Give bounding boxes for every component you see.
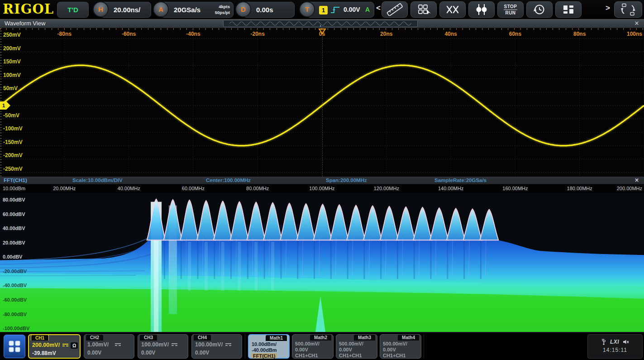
usb-icon (601, 338, 606, 346)
ch2-tab[interactable]: CH2 (86, 335, 103, 341)
math-card-math4[interactable]: Math4 500.00mV/ 0.00V CH1+CH1 (380, 334, 421, 359)
math1-tab[interactable]: Math1 (266, 335, 287, 341)
svg-text:1: 1 (2, 103, 5, 108)
wave-x-tick-label: -40ns (186, 31, 200, 37)
channel1-ground-marker[interactable]: 1 (0, 101, 11, 110)
dc-coupling-icon (62, 344, 68, 347)
ruler-icon (386, 3, 404, 16)
fft-y-tick-label: 20.00dBV (3, 240, 25, 245)
ch4-offset: 0.00V (195, 350, 209, 356)
sample-rate-value: 20GSa/s (174, 2, 200, 17)
fft-header-bar: FFT(CH1) Scale:10.00dBm/DIV Center:100.0… (0, 177, 644, 184)
math-card-math2[interactable]: Math2 500.00mV/ 0.00V CH1+CH1 (292, 334, 334, 359)
ch3-offset: 0.00V (141, 350, 155, 356)
wave-y-tick-label: -100mV (3, 125, 23, 132)
wave-y-tick-label: -150mV (3, 139, 23, 145)
screen-mirror-button[interactable] (614, 1, 642, 18)
delay-key-button[interactable]: D (235, 1, 251, 17)
dc-coupling-icon (172, 343, 177, 347)
trigger-position-marker[interactable] (318, 28, 326, 34)
impedance-ohm-badge: Ω (71, 342, 78, 349)
toolbar-scroll-right[interactable]: > (606, 4, 610, 13)
fft-spectrum-display (0, 193, 644, 332)
counter-probes-icon (472, 3, 491, 16)
channel-card-ch4[interactable]: CH4 100.00mV/ 0.00V (191, 334, 242, 359)
ch2-scale: 1.00mV/ (87, 341, 121, 348)
fft-close-button[interactable]: ✕ (633, 177, 641, 184)
math4-tab[interactable]: Math4 (398, 335, 419, 341)
trigger-status-badge[interactable]: T'D (57, 2, 89, 18)
wave-x-tick-label: 40ns (444, 31, 457, 37)
grid-menu-icon (8, 340, 21, 353)
rigol-logo: RIGOL (3, 1, 54, 17)
delay-value: 0.00s (256, 2, 273, 17)
ch3-scale: 100.00mV/ (141, 341, 177, 348)
channel-card-ch2[interactable]: CH2 1.00mV/ 0.00V (84, 334, 134, 359)
fft-y-tick-label: -40.00dBV (3, 283, 27, 288)
stop-run-button[interactable]: STOPRUN (497, 1, 524, 18)
ch4-tab[interactable]: CH4 (194, 335, 211, 341)
math3-tab[interactable]: Math3 (354, 335, 375, 341)
horizontal-key-button[interactable]: H (93, 1, 109, 17)
ch1-tab[interactable]: CH1 (31, 335, 49, 341)
fft-span-readout: Span:200.00MHz (326, 177, 367, 184)
wave-x-tick-label: -60ns (122, 31, 136, 37)
xy-display-button[interactable] (439, 1, 466, 18)
top-toolbar: RIGOL T'D 20.00ns/ H 20GSa/s 4kpts50ps/p… (0, 0, 644, 19)
fft-top-reference-label: 10.00dBm (3, 184, 25, 193)
math-card-math3[interactable]: Math3 500.00mV/ 0.00V CH1+CH1 (336, 334, 377, 359)
wave-y-tick-label: 200mV (3, 45, 21, 52)
math4-offset: 0.00V (383, 347, 396, 352)
divider (424, 334, 424, 359)
fft-center-readout: Center:100.00MHz (206, 177, 251, 184)
ch4-scale: 100.00mV/ (195, 341, 231, 348)
channel-card-ch3[interactable]: CH3 100.00mV/ 0.00V (138, 334, 188, 359)
fft-y-tick-label: -80.00dBV (3, 312, 27, 317)
toolbar-scroll-left[interactable]: < (376, 4, 381, 13)
math4-scale: 500.00mV/ (383, 341, 407, 346)
fft-plot-area[interactable]: 80.00dBV60.00dBV40.00dBV20.00dBV0.00dBV-… (0, 193, 644, 332)
wave-x-tick-label: -20ns (251, 31, 265, 37)
trigger-key-button[interactable]: T (299, 1, 315, 17)
math2-offset: 0.00V (295, 347, 308, 352)
trigger-mode-auto: A (365, 2, 370, 17)
system-status-panel[interactable]: LXI 14:15:11 (587, 334, 643, 359)
wave-y-tick-label: -50mV (3, 112, 19, 119)
screen-mirror-icon (619, 3, 638, 16)
waveform-close-button[interactable]: ✕ (633, 20, 641, 27)
fft-y-tick-label: -20.00dBV (3, 269, 27, 274)
trigger-group[interactable]: 1 0.00V A (307, 2, 374, 18)
math-card-math1[interactable]: Math1 10.00dBm/ -40.00dBm FFT(CH1) (248, 334, 290, 359)
counter-button[interactable] (468, 1, 495, 18)
speaker-muted-icon (623, 339, 629, 345)
math2-tab[interactable]: Math2 (310, 335, 331, 341)
wave-y-tick-label: 100mV (3, 72, 21, 78)
grid-cursor-icon (415, 3, 433, 16)
virtual-panel-button[interactable] (410, 1, 437, 18)
acquire-key-button[interactable]: A (153, 1, 169, 17)
fft-y-tick-label: 0.00dBV (3, 254, 22, 259)
trigger-slope-rising-icon (330, 6, 341, 14)
math2-scale: 500.00mV/ (295, 341, 320, 346)
window-layout-icon (559, 3, 577, 16)
memory-depth-info: 4kpts50ps/pt (215, 4, 230, 15)
wave-y-tick-label: 150mV (3, 58, 21, 65)
math1-scale: 10.00dBm/ (252, 341, 277, 347)
ch2-offset: 0.00V (87, 350, 101, 356)
acquisition-group[interactable]: 20GSa/s 4kpts50ps/pt (161, 2, 234, 18)
main-menu-button[interactable] (4, 335, 25, 358)
ch3-tab[interactable]: CH3 (140, 335, 157, 341)
math1-operation: FFT(CH1) (252, 353, 277, 359)
record-preview-strip[interactable] (223, 20, 418, 27)
multi-window-button[interactable] (555, 1, 582, 18)
fft-frequency-axis: 10.00dBm (0, 184, 644, 193)
math3-operation: CH1+CH1 (339, 353, 362, 358)
record-preview-wave (224, 20, 417, 27)
measure-ruler-button[interactable] (382, 1, 408, 18)
fft-y-tick-label: 60.00dBV (3, 211, 25, 217)
wave-x-tick-label: -80ns (57, 31, 72, 37)
waveform-plot-area[interactable]: 250mV200mV150mV100mV50mV-50mV-100mV-150m… (0, 28, 644, 177)
dc-coupling-icon (225, 343, 231, 347)
channel-card-ch1[interactable]: CH1 200.00mV/Ω -39.88mV (28, 334, 81, 359)
history-button[interactable] (526, 1, 553, 18)
